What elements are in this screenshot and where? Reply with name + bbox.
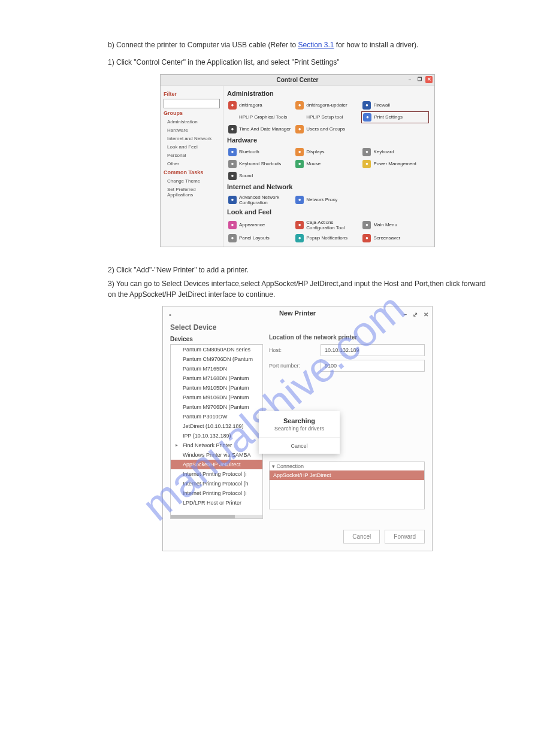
tile-label: Displays <box>306 149 324 154</box>
cc-tile[interactable]: ●Users and Groups <box>294 123 361 135</box>
cc-tile[interactable]: ●Panel Layouts <box>227 232 294 244</box>
cc-tile[interactable]: ●Popup Notifications <box>294 232 361 244</box>
device-item[interactable]: Internet Printing Protocol (i <box>171 488 262 498</box>
tile-icon: ● <box>295 160 304 168</box>
devices-list[interactable]: Pantum CM8050ADN seriesPantum CM9706DN (… <box>170 344 263 519</box>
device-item[interactable]: AppSocket/HP JetDirect <box>171 460 262 469</box>
tile-label: Sound <box>239 173 253 178</box>
cc-tile[interactable]: ●dnfdragora-updater <box>294 99 361 111</box>
device-item[interactable]: IPP (10.10.132.189) <box>171 431 262 441</box>
cc-sidebar: Filter Groups AdministrationHardwareInte… <box>161 86 223 247</box>
minimize-icon[interactable]: – <box>403 308 407 321</box>
device-item[interactable]: Windows Printer via SAMBA <box>171 450 262 460</box>
tile-label: dnfdragora-updater <box>306 102 347 108</box>
maximize-icon[interactable]: ❐ <box>416 76 423 83</box>
cancel-button[interactable]: Cancel <box>343 530 380 544</box>
cc-tile[interactable]: ●Power Management <box>361 158 428 170</box>
new-printer-window: • New Printer – ⤢ ✕ Select Device Device… <box>162 306 433 551</box>
tile-label: Appearance <box>239 222 265 227</box>
device-item[interactable]: JetDirect (10.10.132.189) <box>171 421 262 431</box>
tile-icon: ● <box>228 160 237 168</box>
maximize-icon[interactable]: ⤢ <box>413 308 418 321</box>
tile-label: Keyboard Shortcuts <box>239 161 281 166</box>
sidebar-item[interactable]: Look and Feel <box>167 144 220 150</box>
sidebar-item[interactable]: Administration <box>167 119 220 125</box>
device-item[interactable]: Pantum M7168DN (Pantum <box>171 374 262 383</box>
cc-tile[interactable]: ●Displays <box>294 146 361 158</box>
tile-icon: ● <box>362 221 371 229</box>
tile-icon: ● <box>228 148 237 156</box>
tile-icon: ● <box>362 101 371 110</box>
tile-icon: ● <box>295 234 304 242</box>
tile-label: Bluetooth <box>239 149 259 154</box>
cc-tile[interactable]: ●Network Proxy <box>294 193 361 207</box>
section-link[interactable]: Section 3.1 <box>298 41 334 49</box>
device-item[interactable]: Pantum CM8050ADN series <box>171 345 262 354</box>
port-input[interactable] <box>321 360 425 372</box>
tile-icon: ● <box>295 148 304 156</box>
cc-tile[interactable]: ●Caja-Actions Configuration Tool <box>294 218 361 232</box>
cc-tile[interactable]: HPLIP Setup tool <box>294 111 361 123</box>
tile-icon: ● <box>362 148 371 156</box>
sidebar-item[interactable]: Other <box>167 161 220 166</box>
cc-tile[interactable]: HPLIP Graphical Tools <box>227 111 294 123</box>
minimize-icon[interactable]: – <box>406 76 413 83</box>
sidebar-item[interactable]: Internet and Network <box>167 136 220 141</box>
cc-tile[interactable]: ●Bluetooth <box>227 146 294 158</box>
cc-tile[interactable]: ●Print Settings <box>361 111 428 123</box>
forward-button[interactable]: Forward <box>385 530 425 544</box>
tile-label: Main Menu <box>373 222 397 227</box>
cc-tile[interactable]: ●Screensaver <box>361 232 428 244</box>
tile-label: Time And Date Manager <box>239 126 291 132</box>
close-icon[interactable]: ✕ <box>424 308 428 321</box>
popup-cancel-button[interactable]: Cancel <box>259 438 340 454</box>
cc-tile[interactable]: ●Keyboard <box>361 146 428 158</box>
tile-icon: ● <box>228 172 237 180</box>
connection-item[interactable]: AppSocket/HP JetDirect <box>270 470 424 480</box>
tile-icon: ● <box>295 125 304 133</box>
host-input[interactable] <box>321 344 425 356</box>
device-item[interactable]: Pantum M9706DN (Pantum <box>171 402 262 412</box>
sidebar-task-item[interactable]: Change Theme <box>167 178 220 184</box>
device-item[interactable]: LPD/LPR Host or Printer <box>171 498 262 508</box>
tile-label: Power Management <box>373 161 416 166</box>
popup-title: Searching <box>259 411 340 426</box>
cc-tile[interactable]: ●Sound <box>227 170 294 182</box>
cc-tile[interactable]: ●Mouse <box>294 158 361 170</box>
device-item[interactable]: Internet Printing Protocol (h <box>171 479 262 488</box>
devices-scrollbar[interactable] <box>171 515 262 518</box>
tile-label: HPLIP Graphical Tools <box>239 114 287 120</box>
close-icon[interactable]: ✕ <box>425 76 433 83</box>
sidebar-task-item[interactable]: Set Preferred Applications <box>167 187 220 198</box>
cc-titlebar: Control Center – ❐ ✕ <box>161 75 434 86</box>
device-item[interactable]: Pantum CM9706DN (Pantum <box>171 354 262 364</box>
device-item[interactable]: Pantum M9105DN (Pantum <box>171 383 262 393</box>
device-item[interactable]: Pantum M9106DN (Pantum <box>171 393 262 402</box>
cc-tile[interactable]: ●Keyboard Shortcuts <box>227 158 294 170</box>
device-item[interactable]: Pantum P3010DW <box>171 412 262 421</box>
np-title: New Printer <box>279 309 316 317</box>
cc-tile[interactable]: ●Time And Date Manager <box>227 123 294 135</box>
sidebar-item[interactable]: Personal <box>167 153 220 158</box>
popup-text: Searching for drivers <box>259 426 340 438</box>
cc-tile[interactable]: ●Appearance <box>227 218 294 232</box>
step-1: 1) Click "Control Center" in the Applica… <box>108 57 487 68</box>
device-item[interactable]: Find Network Printer <box>171 441 262 450</box>
device-item[interactable]: Pantum M7165DN <box>171 364 262 374</box>
filter-heading: Filter <box>164 91 220 97</box>
cc-tile[interactable]: ●dnfdragora <box>227 99 294 111</box>
tile-icon: ● <box>228 196 237 204</box>
sidebar-item[interactable]: Hardware <box>167 127 220 133</box>
device-item[interactable]: Internet Printing Protocol (i <box>171 469 262 479</box>
step-2: 2) Click "Add"-"New Printer" to add a pr… <box>108 265 487 275</box>
connection-heading: Connection <box>270 462 424 470</box>
cc-tile[interactable]: ●Advanced Network Configuration <box>227 193 294 207</box>
tile-label: Screensaver <box>373 235 400 241</box>
tile-icon: ● <box>295 221 304 229</box>
groups-heading: Groups <box>164 110 220 116</box>
tile-label: HPLIP Setup tool <box>306 114 343 120</box>
filter-input[interactable] <box>164 99 220 108</box>
cc-tile[interactable]: ●Firewall <box>361 99 428 111</box>
tile-icon <box>228 113 237 122</box>
cc-tile[interactable]: ●Main Menu <box>361 218 428 232</box>
